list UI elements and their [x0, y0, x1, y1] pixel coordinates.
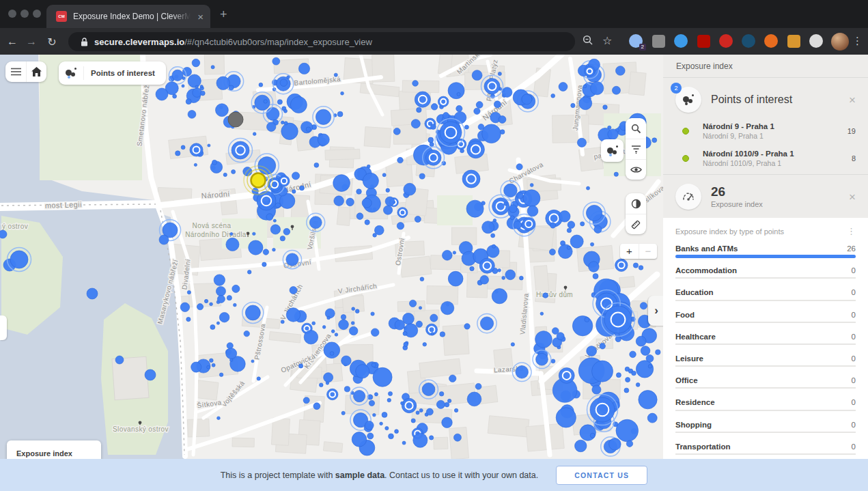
poi-bubble[interactable]	[233, 303, 236, 307]
poi-bubble[interactable]	[333, 175, 350, 192]
poi-bubble[interactable]	[372, 363, 376, 367]
poi-bubble[interactable]	[519, 276, 523, 280]
poi-bubble[interactable]	[570, 235, 583, 248]
poi-bubble[interactable]	[355, 309, 359, 313]
poi-bubble[interactable]	[482, 221, 494, 234]
poi-bubble[interactable]	[430, 124, 436, 130]
poi-bubble[interactable]	[172, 70, 183, 81]
poi-bubble[interactable]	[87, 288, 98, 299]
poi-bubble[interactable]	[215, 104, 228, 117]
poi-bubble[interactable]	[334, 73, 337, 76]
poi-bubble[interactable]	[535, 331, 552, 348]
poi-bubble[interactable]	[279, 176, 290, 186]
poi-bubble[interactable]	[504, 202, 507, 206]
poi-bubble[interactable]	[365, 421, 374, 430]
poi-bubble[interactable]	[374, 393, 378, 396]
poi-bubble[interactable]	[652, 138, 657, 143]
poi-bubble[interactable]	[431, 332, 434, 335]
poi-bubble[interactable]	[633, 263, 638, 268]
poi-bubble[interactable]	[420, 277, 424, 281]
poi-bubble[interactable]	[309, 216, 322, 229]
poi-bubble[interactable]	[442, 417, 453, 428]
poi-bubble[interactable]	[275, 203, 280, 208]
poi-bubble[interactable]	[266, 214, 273, 221]
poi-bubble[interactable]	[339, 320, 349, 330]
poi-bubble[interactable]	[386, 188, 390, 193]
poi-bubble[interactable]	[402, 398, 416, 412]
poi-bubble[interactable]	[145, 369, 156, 380]
poi-bubble[interactable]	[210, 359, 214, 363]
poi-bubble[interactable]	[647, 413, 657, 423]
map-canvas[interactable]: Smetanovo nábřežímost Legiiý ostrovMasar…	[0, 55, 663, 459]
poi-bubble[interactable]	[232, 170, 236, 174]
photo-extension-icon[interactable]	[650, 33, 667, 49]
poi-bubble[interactable]	[255, 95, 270, 110]
profile-avatar[interactable]	[831, 33, 849, 51]
poi-bubble[interactable]	[440, 332, 445, 337]
poi-bubble[interactable]	[371, 312, 374, 315]
poi-bubble[interactable]	[523, 190, 540, 207]
breakdown-row[interactable]: Office0	[675, 371, 856, 393]
poi-bubble[interactable]	[492, 198, 509, 215]
poi-bubble[interactable]	[249, 240, 263, 255]
browser-tab[interactable]: CM Exposure Index Demo | CleverM ×	[46, 5, 210, 28]
poi-bubble[interactable]	[516, 365, 529, 378]
poi-bubble[interactable]	[639, 391, 657, 409]
poi-bubble[interactable]	[500, 130, 505, 135]
poi-bubble[interactable]	[425, 150, 441, 166]
poi-bubble[interactable]	[230, 232, 233, 235]
poi-bubble[interactable]	[280, 79, 288, 87]
poi-bubble[interactable]	[543, 293, 548, 298]
poi-bubble[interactable]	[395, 430, 399, 434]
poi-bubble[interactable]	[194, 163, 197, 166]
poi-bubble[interactable]	[589, 262, 599, 272]
poi-bubble[interactable]	[263, 249, 268, 255]
poi-bubble[interactable]	[373, 367, 392, 387]
contrast-icon[interactable]	[626, 193, 646, 214]
poi-bubble[interactable]	[464, 125, 468, 129]
poi-bubble[interactable]	[210, 303, 213, 306]
poi-bubble[interactable]	[616, 373, 621, 378]
window-minimize-button[interactable]	[20, 10, 29, 18]
poi-bubble[interactable]	[577, 138, 586, 147]
poi-bubble[interactable]	[298, 364, 303, 368]
poi-bubble[interactable]	[592, 385, 601, 394]
poi-bubble[interactable]	[585, 66, 595, 76]
poi-bubble[interactable]	[277, 100, 282, 104]
poi-bubble[interactable]	[409, 300, 416, 307]
poi-bubble[interactable]	[549, 249, 555, 255]
poi-bubble[interactable]	[590, 242, 593, 246]
poi-bubble[interactable]	[346, 198, 354, 206]
poi-bubble[interactable]	[571, 103, 575, 107]
poi-bubble[interactable]	[457, 92, 460, 96]
poi-bubble[interactable]	[412, 81, 419, 87]
poi-bubble[interactable]	[212, 363, 215, 367]
poi-bubble[interactable]	[415, 216, 421, 222]
poi-bubble[interactable]	[232, 141, 249, 159]
poi-bubble[interactable]	[388, 391, 392, 395]
poi-bubble[interactable]	[522, 94, 532, 104]
poi-bubble[interactable]	[258, 157, 276, 175]
poi-bubble[interactable]	[422, 383, 435, 396]
poi-bubble[interactable]	[180, 303, 190, 312]
poi-bubble[interactable]	[253, 132, 256, 136]
breakdown-row[interactable]: Education0	[675, 283, 856, 305]
poi-bubble[interactable]	[182, 67, 191, 76]
poi-bubble[interactable]	[567, 246, 570, 249]
poi-bubble[interactable]	[216, 76, 230, 90]
poi-bubble[interactable]	[286, 308, 300, 322]
browser-menu-icon[interactable]: ⋮	[852, 35, 863, 47]
home-button[interactable]	[26, 61, 46, 82]
poi-bubble[interactable]	[603, 105, 608, 110]
poi-bubble[interactable]	[373, 234, 377, 238]
poi-bubble[interactable]	[352, 432, 367, 447]
poi-bubble[interactable]	[454, 408, 458, 412]
poi-bubble[interactable]	[413, 433, 428, 447]
poi-bubble[interactable]	[229, 359, 232, 361]
poi-bubble[interactable]	[186, 99, 191, 104]
poi-bubble[interactable]	[559, 83, 568, 92]
poi-bubble[interactable]	[353, 390, 365, 402]
poi-bubble[interactable]	[266, 107, 279, 120]
poi-bubble[interactable]	[480, 317, 493, 330]
poi-bubble[interactable]	[284, 122, 288, 125]
